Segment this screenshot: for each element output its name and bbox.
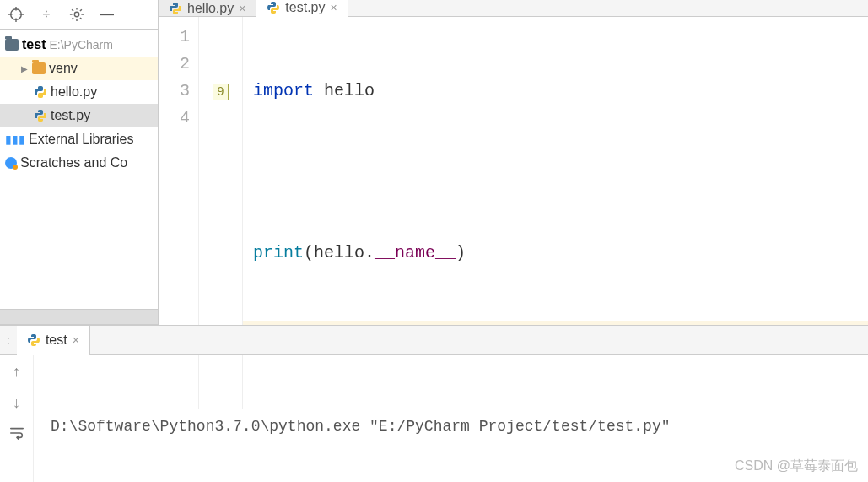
library-icon: ▮▮▮ bbox=[5, 133, 25, 146]
tree-item-label: External Libraries bbox=[29, 132, 134, 147]
svg-line-11 bbox=[80, 18, 82, 19]
run-gutter: ↑ ↓ bbox=[0, 355, 34, 482]
tree-item-label: test.py bbox=[51, 108, 90, 123]
project-root-name: test bbox=[22, 37, 46, 52]
code-line: import hello bbox=[253, 78, 858, 105]
soft-wrap-icon[interactable] bbox=[9, 425, 24, 445]
sidebar-toolbar: ÷ — bbox=[0, 0, 158, 30]
keyword: import bbox=[253, 81, 314, 100]
svg-line-12 bbox=[72, 18, 73, 19]
tab-hello[interactable]: hello.py × bbox=[159, 0, 256, 16]
tree-item-venv[interactable]: ▶ venv bbox=[0, 57, 158, 80]
svg-line-10 bbox=[72, 9, 73, 11]
run-body: ↑ ↓ D:\Software\Python3.7.0\python.exe "… bbox=[0, 355, 868, 482]
attribute: __name__ bbox=[375, 243, 456, 263]
code-line bbox=[253, 159, 858, 186]
tree-item-external-libs[interactable]: ▮▮▮ External Libraries bbox=[0, 127, 158, 151]
folder-icon bbox=[32, 62, 46, 74]
python-file-icon bbox=[267, 1, 280, 14]
scroll-up-icon[interactable]: ↑ bbox=[13, 363, 20, 381]
folder-icon bbox=[5, 39, 19, 51]
tree-item-scratches[interactable]: Scratches and Co bbox=[0, 151, 158, 175]
line-number: 2 bbox=[159, 51, 190, 78]
paren: ) bbox=[456, 243, 466, 263]
tree-item-test[interactable]: test.py bbox=[0, 104, 158, 127]
identifier: hello bbox=[324, 81, 375, 100]
svg-point-0 bbox=[11, 9, 22, 20]
scroll-down-icon[interactable]: ↓ bbox=[13, 394, 20, 412]
function-call: print bbox=[253, 243, 304, 263]
chevron-right-icon: ▶ bbox=[20, 64, 29, 73]
project-tree: test E:\PyCharm ▶ venv hello.py test.py bbox=[0, 30, 158, 309]
sidebar-footer bbox=[0, 309, 158, 324]
close-icon[interactable]: × bbox=[330, 1, 337, 14]
line-number: 1 bbox=[159, 24, 190, 51]
tree-item-hello[interactable]: hello.py bbox=[0, 80, 158, 104]
tree-item-label: Scratches and Co bbox=[20, 155, 127, 171]
svg-line-13 bbox=[80, 9, 82, 11]
target-icon[interactable] bbox=[8, 7, 24, 22]
tab-test[interactable]: test.py × bbox=[256, 0, 348, 17]
run-prefix-label: : bbox=[0, 333, 17, 347]
close-icon[interactable]: × bbox=[73, 333, 79, 347]
tab-label: hello.py bbox=[187, 1, 234, 16]
python-file-icon bbox=[34, 109, 47, 122]
svg-point-5 bbox=[74, 12, 78, 16]
identifier: hello bbox=[314, 243, 364, 263]
run-tab-test[interactable]: test × bbox=[17, 326, 90, 355]
project-sidebar: ÷ — test E:\PyCharm ▶ venv hello.py bbox=[0, 0, 159, 324]
scratches-icon bbox=[5, 157, 17, 169]
run-panel: : test × ↑ ↓ D:\Software\Python3.7.0\pyt… bbox=[0, 325, 868, 482]
console-output[interactable]: D:\Software\Python3.7.0\python.exe "E:/P… bbox=[34, 355, 868, 482]
run-tabs-bar: : test × bbox=[0, 326, 868, 355]
minimize-icon[interactable]: — bbox=[100, 7, 115, 22]
divide-icon[interactable]: ÷ bbox=[39, 7, 54, 22]
code-line: print(hello.__name__) bbox=[253, 240, 858, 267]
close-icon[interactable]: × bbox=[239, 2, 245, 15]
python-file-icon bbox=[169, 2, 182, 15]
editor-area: hello.py × test.py × 1 2 3 4 9 bbox=[159, 0, 868, 324]
gear-icon[interactable] bbox=[69, 7, 84, 22]
editor-tabs: hello.py × test.py × bbox=[159, 0, 868, 17]
python-file-icon bbox=[27, 333, 40, 347]
line-number: 4 bbox=[159, 105, 190, 132]
project-root-path: E:\PyCharm bbox=[49, 38, 112, 51]
line-number: 3 bbox=[159, 78, 190, 105]
dot: . bbox=[364, 243, 375, 263]
tab-label: test.py bbox=[285, 0, 325, 15]
console-line: D:\Software\Python3.7.0\python.exe "E:/P… bbox=[51, 414, 851, 439]
run-tab-label: test bbox=[46, 333, 67, 348]
paren: ( bbox=[304, 243, 314, 263]
python-file-icon bbox=[34, 85, 47, 99]
project-root-row[interactable]: test E:\PyCharm bbox=[0, 33, 158, 57]
tree-item-label: venv bbox=[49, 61, 78, 76]
gutter-badge[interactable]: 9 bbox=[213, 84, 228, 100]
tree-item-label: hello.py bbox=[51, 84, 97, 100]
